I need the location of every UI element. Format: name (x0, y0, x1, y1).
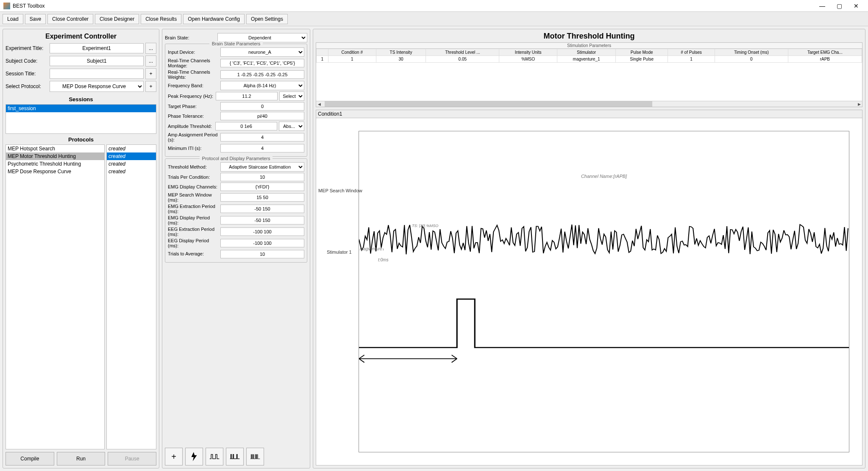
tta-label: Trials to Average: (168, 251, 219, 256)
table-hscrollbar[interactable]: ◀▶ (316, 101, 862, 107)
eeg-ex-input[interactable] (220, 227, 304, 236)
protocol-item[interactable]: MEP Dose Response Curve (6, 168, 104, 175)
compile-button[interactable]: Compile (6, 452, 54, 465)
sessions-title: Sessions (6, 96, 156, 103)
open-hw-button[interactable]: Open Hardware Config (183, 14, 245, 24)
emg-ch-input[interactable] (220, 183, 304, 191)
magventure-label: magventure₁ (360, 247, 384, 251)
freq-band-select[interactable]: Alpha (8-14 Hz) (220, 81, 304, 90)
phase-tol-label: Phase Tolerance: (168, 114, 219, 119)
montage-input[interactable] (220, 59, 304, 67)
pdp-legend: Protocol and Display Parameters (200, 156, 273, 161)
condition-label: Condition1 (316, 110, 862, 118)
session-item[interactable]: first_session (6, 105, 156, 112)
right-title: Motor Threshold Hunting (316, 32, 862, 41)
emg-dp-input[interactable] (220, 216, 304, 224)
pause-button[interactable]: Pause (108, 452, 156, 465)
channel-name-label: Channel Name:[rAPB] (581, 174, 627, 179)
aap-label: Amp Assignment Period (s): (168, 132, 219, 142)
stim-params-table: Stimulation Parameters Condition # TS In… (316, 42, 862, 107)
window-title: BEST Toolbox (13, 3, 814, 9)
eeg-dp-input[interactable] (220, 239, 304, 247)
protocol-select-label: Select Protocol: (6, 83, 48, 89)
exp-title-label: Experiment Title: (6, 45, 48, 51)
amp-thresh-input[interactable] (215, 122, 277, 130)
protocol-select[interactable]: MEP Dose Response Curve (50, 81, 144, 92)
table-row[interactable]: 1 1 30 0.05 %MSO magventure_1 Single Pul… (317, 56, 862, 63)
mep-axis-label: MEP Search Window (318, 188, 362, 193)
amp-mode-select[interactable]: Abs... (279, 122, 304, 131)
eeg-ex-label: EEG Extraction Period (ms): (168, 227, 219, 237)
add-condition-button[interactable]: + (165, 448, 183, 465)
paired-pulse-icon[interactable] (206, 448, 223, 465)
tpc-input[interactable] (220, 173, 304, 181)
maximize-button[interactable]: ▢ (831, 1, 848, 11)
peak-freq-input[interactable] (216, 92, 278, 100)
stimulator-axis-label: Stimulator 1 (327, 249, 352, 255)
tpc-label: Trials Per Condition: (168, 175, 219, 180)
run-button[interactable]: Run (57, 452, 106, 465)
waveform-svg (359, 131, 849, 452)
phase-tol-input[interactable] (220, 112, 304, 120)
protocols-title: Protocols (6, 136, 156, 143)
toolbar: Load Save Close Controller Close Designe… (0, 12, 868, 26)
protocol-status[interactable]: created (107, 152, 156, 160)
target-phase-label: Target Phase: (168, 104, 219, 109)
session-add-button[interactable]: + (145, 68, 156, 79)
protocol-item[interactable]: Psychometric Threshold Hunting (6, 160, 104, 168)
montage-label: Real-Time Channels Montage: (168, 58, 219, 68)
protocols-listbox[interactable]: MEP Hotspot Search MEP Motor Threshold H… (6, 144, 105, 449)
aap-input[interactable] (220, 133, 304, 141)
protocol-add-button[interactable]: + (145, 81, 156, 92)
weights-label: Real-Time Channels Weights: (168, 69, 219, 80)
close-results-button[interactable]: Close Results (141, 14, 181, 24)
protocol-item[interactable]: MEP Motor Threshold Hunting (6, 152, 104, 160)
save-button[interactable]: Save (25, 14, 46, 24)
bsp-legend: Brain State Parameters (209, 41, 263, 46)
experiment-controller-panel: Experiment Controller Experiment Title: … (3, 29, 159, 468)
ts-label: TS: |30| %MSO (412, 224, 438, 228)
session-title-label: Session Title: (6, 71, 48, 77)
iti-input[interactable] (220, 144, 304, 152)
exp-title-input[interactable] (50, 43, 144, 53)
session-title-input[interactable] (50, 69, 144, 79)
protocol-status-listbox[interactable]: created created created created (106, 144, 156, 449)
thr-method-select[interactable]: Adaptive Staircase Estimation (220, 162, 304, 172)
tta-input[interactable] (220, 250, 304, 258)
single-pulse-icon[interactable] (185, 448, 203, 465)
close-controller-button[interactable]: Close Controller (47, 14, 93, 24)
train-pulse-icon[interactable] (226, 448, 244, 465)
subj-code-input[interactable] (50, 56, 144, 66)
protocol-status[interactable]: created (107, 160, 156, 168)
target-phase-input[interactable] (220, 102, 304, 111)
open-settings-button[interactable]: Open Settings (246, 14, 288, 24)
weights-input[interactable] (220, 70, 304, 79)
amp-thresh-label: Amplitude Threshold: (168, 124, 214, 129)
threshold-hunting-panel: Motor Threshold Hunting Stimulation Para… (313, 29, 865, 468)
protocol-item[interactable]: MEP Hotspot Search (6, 145, 104, 152)
exp-title-more-button[interactable]: ... (145, 43, 156, 54)
table-header-row: Condition # TS Intensity Threshold Level… (317, 49, 862, 56)
sessions-listbox[interactable]: first_session (6, 104, 156, 134)
protocol-status[interactable]: created (107, 168, 156, 175)
emg-ex-input[interactable] (220, 205, 304, 213)
stim-caption: Stimulation Parameters (316, 43, 862, 49)
mep-sw-input[interactable] (220, 193, 304, 202)
close-designer-button[interactable]: Close Designer (95, 14, 139, 24)
minimize-button[interactable]: — (814, 1, 831, 11)
close-button[interactable]: ✕ (848, 1, 865, 11)
emg-ch-label: EMG Display Channels: (168, 184, 219, 189)
peak-freq-label: Peak Frequency (Hz): (168, 94, 214, 99)
app-icon (3, 3, 10, 9)
brain-state-label: Brain State: (165, 35, 216, 40)
protocol-status[interactable]: created (107, 145, 156, 152)
burst-pulse-icon[interactable] (246, 448, 264, 465)
freq-band-label: Frequency Band: (168, 83, 219, 88)
subj-code-more-button[interactable]: ... (145, 55, 156, 66)
input-device-select[interactable]: neurone_A (220, 47, 304, 57)
controller-title: Experiment Controller (6, 33, 156, 40)
peak-freq-mode-select[interactable]: Select (279, 91, 304, 101)
iti-label: Minimum ITI (s): (168, 146, 219, 151)
load-button[interactable]: Load (3, 14, 23, 24)
input-device-label: Input Device: (168, 50, 219, 55)
